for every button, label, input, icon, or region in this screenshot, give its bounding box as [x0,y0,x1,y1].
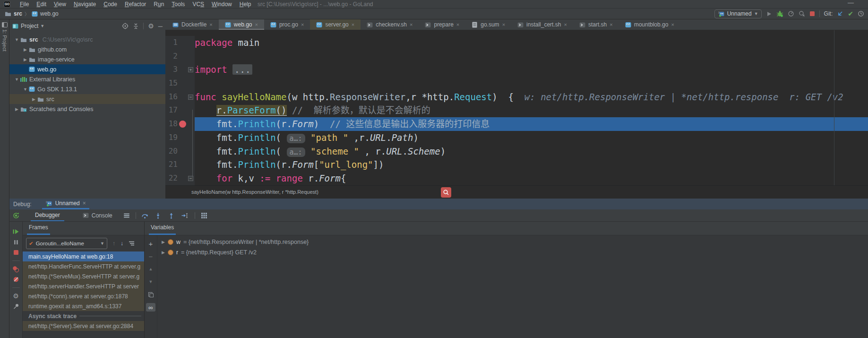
rerun-button[interactable] [13,212,19,219]
close-icon[interactable]: × [456,22,459,27]
evaluate-expression-button[interactable] [201,212,207,219]
tree-item-scratches-and-consoles[interactable]: ▶Scratches and Consoles [9,104,165,114]
tree-item-external-libraries[interactable]: ▼External Libraries [9,74,165,84]
editor-tab-start-sh[interactable]: start.sh× [573,19,619,30]
debug-settings-button[interactable]: ⚙ [13,291,19,301]
tab-debugger[interactable]: Debugger [31,209,64,221]
menu-item-code[interactable]: Code [100,1,121,8]
editor-tab-prepare[interactable]: prepare× [419,19,465,30]
gutter[interactable]: 3+ [165,63,195,77]
close-icon[interactable]: × [564,22,567,27]
debug-button[interactable] [776,10,783,17]
gutter[interactable]: 17 [165,104,195,117]
gutter[interactable]: 18 [165,117,195,131]
breakpoint-area[interactable] [178,90,187,104]
editor-tab-checkenv-sh[interactable]: checkenv.sh× [361,19,419,30]
run-with-coverage-button[interactable] [799,10,805,17]
tree-item-src[interactable]: ▼srcC:\Users\Vic\go\src [9,35,165,44]
code-line-15[interactable]: 15 [165,77,868,90]
menu-item-navigate[interactable]: Navigate [70,1,100,8]
menu-item-help[interactable]: Help [236,1,255,8]
menu-item-run[interactable]: Run [150,1,168,8]
close-icon[interactable]: × [255,22,258,27]
chevron-right-icon[interactable]: ▶ [22,47,29,52]
chevron-right-icon[interactable]: ▶ [162,240,165,244]
code-line-3[interactable]: 3+import ... [165,63,868,77]
close-icon[interactable]: × [209,22,212,27]
tab-frames[interactable]: Frames [27,224,50,235]
code-line-22[interactable]: 22− for k,v := range r.Form{ [165,172,868,185]
menu-item-file[interactable]: File [16,1,33,8]
code-area[interactable]: 1package main23+import ...1516−func sayH… [165,30,868,185]
menu-item-view[interactable]: View [50,1,70,8]
run-to-cursor-button[interactable] [181,212,189,219]
breakpoint-area[interactable] [178,117,187,131]
frame-row[interactable]: net/http.serverHandler.ServeHTTP at serv… [23,281,144,291]
close-icon[interactable]: × [83,200,86,207]
gutter[interactable]: 20 [165,145,195,158]
duplicate-watch-button[interactable] [148,290,154,299]
code-line-18[interactable]: 18 fmt.Println(r.Form) // 这些信息是输出入服务器的打印… [165,117,868,131]
frame-row[interactable]: runtime.goexit at asm_amd64.s:1337 [23,301,144,311]
menu-item-refactor[interactable]: Refactor [121,1,150,8]
menu-item-edit[interactable]: Edit [33,1,50,8]
code-text[interactable]: for k,v := range r.Form{ [195,172,868,185]
code-text[interactable]: fmt.Println( a…: "path " ,r.URL.Path) [195,131,868,145]
breakpoint-area[interactable] [178,50,187,63]
breadcrumb-folder[interactable]: src [14,10,22,17]
project-stripe-button[interactable]: 1: Project [2,29,8,51]
close-icon[interactable]: × [301,22,304,27]
step-into-button[interactable] [155,212,162,219]
tree-item-github-com[interactable]: ▶github.com [9,44,165,54]
chevron-right-icon[interactable]: ▶ [13,107,20,112]
run-button[interactable] [766,11,772,17]
step-out-button[interactable] [168,212,175,219]
editor-tab-web-go[interactable]: web.go× [219,19,264,30]
close-icon[interactable]: × [352,22,354,27]
previous-frame-button[interactable]: ↑ [112,240,115,247]
git-update-button[interactable] [837,10,843,17]
collapse-all-button[interactable] [133,23,139,29]
git-history-button[interactable] [858,10,864,17]
move-up-button[interactable]: ▲ [149,265,153,273]
menu-item-window[interactable]: Window [208,1,236,8]
git-commit-button[interactable]: ✔ [848,10,853,17]
breakpoint-area[interactable] [178,77,187,90]
variable-row-r[interactable]: ▶r= {net/http.Request} GET /v2 [158,247,868,258]
chevron-down-icon[interactable]: ▼ [22,87,29,92]
stop-button[interactable] [809,11,815,17]
current-method-breadcrumb[interactable]: sayHelloName(w http.ResponseWriter, r *h… [191,189,318,195]
frame-row[interactable]: net/http.(*Server).Serve at server.go:28… [23,321,144,331]
frame-row[interactable]: main.sayHelloName at web.go:18 [23,251,144,261]
add-watch-button[interactable]: + [149,239,153,248]
gutter[interactable]: 22− [165,172,195,185]
breakpoint-area[interactable] [178,131,187,145]
chevron-down-icon[interactable]: ▼ [13,77,20,82]
editor-tab-dockerfile[interactable]: Dockerfile× [166,19,219,30]
next-frame-button[interactable]: ↓ [120,240,123,247]
project-view-selector[interactable]: Project [21,23,38,29]
search-action-icon[interactable] [441,187,451,198]
fold-marker[interactable]: + [188,67,193,72]
code-text[interactable] [195,50,868,63]
code-line-1[interactable]: 1package main [165,36,868,50]
tree-item-image-service[interactable]: ▶image-service [9,54,165,64]
tree-item-web-go[interactable]: web.go [9,64,165,74]
code-text[interactable]: package main [195,36,868,50]
frame-row[interactable]: net/http.HandlerFunc.ServeHTTP at server… [23,261,144,271]
hide-library-frames-button[interactable] [129,241,135,246]
step-over-button[interactable] [141,212,148,219]
view-breakpoints-button[interactable] [12,264,19,274]
code-text[interactable]: fmt.Println(r.Form) // 这些信息是输出入服务器的打印信息 [195,117,868,131]
profiler-button[interactable] [788,10,794,17]
gutter[interactable]: 15 [165,77,195,90]
code-line-17[interactable]: 17 r.ParseForm() // 解析参数，默认是不会解析的 [165,104,868,117]
remove-watch-button[interactable]: − [149,252,153,260]
move-down-button[interactable]: ▼ [149,277,153,286]
fold-marker[interactable]: − [188,95,193,100]
tree-item-src[interactable]: ▶src [9,94,165,104]
pause-button[interactable] [13,237,19,247]
editor-tab-server-go[interactable]: server.go× [310,19,361,30]
frame-row[interactable]: net/http.(*ServeMux).ServeHTTP at server… [23,271,144,281]
close-icon[interactable]: × [410,22,413,27]
